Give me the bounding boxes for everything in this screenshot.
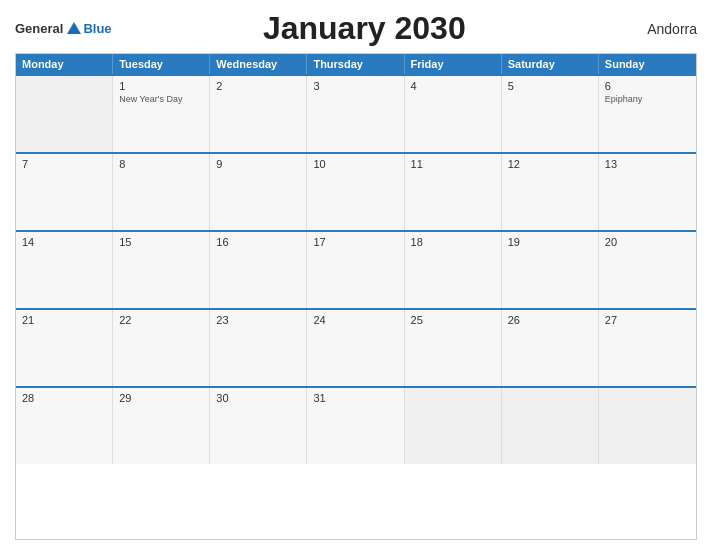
- cal-cell: 8: [113, 154, 210, 230]
- cal-cell: 19: [502, 232, 599, 308]
- calendar: MondayTuesdayWednesdayThursdayFridaySatu…: [15, 53, 697, 540]
- cal-cell: 28: [16, 388, 113, 464]
- cal-cell: [599, 388, 696, 464]
- day-number: 14: [22, 236, 106, 248]
- cal-cell: 3: [307, 76, 404, 152]
- cal-cell: 31: [307, 388, 404, 464]
- day-number: 22: [119, 314, 203, 326]
- logo-general: General: [15, 21, 63, 36]
- cal-cell: 21: [16, 310, 113, 386]
- logo-blue: Blue: [83, 21, 111, 36]
- day-number: 29: [119, 392, 203, 404]
- day-number: 10: [313, 158, 397, 170]
- day-number: 2: [216, 80, 300, 92]
- cal-cell: 2: [210, 76, 307, 152]
- cal-cell: 13: [599, 154, 696, 230]
- cal-header-thursday: Thursday: [307, 54, 404, 74]
- cal-cell: 26: [502, 310, 599, 386]
- cal-cell: 17: [307, 232, 404, 308]
- day-number: 17: [313, 236, 397, 248]
- cal-cell: 22: [113, 310, 210, 386]
- day-number: 11: [411, 158, 495, 170]
- day-number: 9: [216, 158, 300, 170]
- cal-week-5: 28293031: [16, 386, 696, 464]
- day-number: 4: [411, 80, 495, 92]
- day-number: 15: [119, 236, 203, 248]
- day-number: 1: [119, 80, 203, 92]
- cal-cell: [405, 388, 502, 464]
- day-number: 13: [605, 158, 690, 170]
- cal-cell: 25: [405, 310, 502, 386]
- day-number: 19: [508, 236, 592, 248]
- day-number: 5: [508, 80, 592, 92]
- day-number: 7: [22, 158, 106, 170]
- day-number: 16: [216, 236, 300, 248]
- cal-cell: [502, 388, 599, 464]
- region-label: Andorra: [617, 21, 697, 37]
- cal-week-2: 78910111213: [16, 152, 696, 230]
- cal-cell: 23: [210, 310, 307, 386]
- day-number: 27: [605, 314, 690, 326]
- cal-week-1: 1New Year's Day23456Epiphany: [16, 74, 696, 152]
- day-number: 25: [411, 314, 495, 326]
- logo-triangle-icon: [67, 22, 81, 34]
- cal-header-saturday: Saturday: [502, 54, 599, 74]
- cal-header-tuesday: Tuesday: [113, 54, 210, 74]
- calendar-header: MondayTuesdayWednesdayThursdayFridaySatu…: [16, 54, 696, 74]
- cal-cell: 29: [113, 388, 210, 464]
- page: General Blue January 2030 Andorra Monday…: [0, 0, 712, 550]
- cal-cell: 11: [405, 154, 502, 230]
- cal-week-3: 14151617181920: [16, 230, 696, 308]
- cal-cell: 4: [405, 76, 502, 152]
- day-number: 24: [313, 314, 397, 326]
- cal-header-wednesday: Wednesday: [210, 54, 307, 74]
- cal-cell: 18: [405, 232, 502, 308]
- cal-week-4: 21222324252627: [16, 308, 696, 386]
- day-number: 18: [411, 236, 495, 248]
- day-event: Epiphany: [605, 94, 690, 106]
- day-number: 20: [605, 236, 690, 248]
- cal-cell: 9: [210, 154, 307, 230]
- cal-cell: [16, 76, 113, 152]
- calendar-title: January 2030: [112, 10, 617, 47]
- cal-cell: 10: [307, 154, 404, 230]
- logo: General Blue: [15, 21, 112, 36]
- day-number: 6: [605, 80, 690, 92]
- cal-cell: 5: [502, 76, 599, 152]
- day-number: 30: [216, 392, 300, 404]
- cal-cell: 14: [16, 232, 113, 308]
- cal-cell: 24: [307, 310, 404, 386]
- calendar-body: 1New Year's Day23456Epiphany789101112131…: [16, 74, 696, 464]
- cal-header-sunday: Sunday: [599, 54, 696, 74]
- day-number: 3: [313, 80, 397, 92]
- cal-cell: 12: [502, 154, 599, 230]
- day-number: 23: [216, 314, 300, 326]
- header: General Blue January 2030 Andorra: [15, 10, 697, 47]
- day-number: 12: [508, 158, 592, 170]
- cal-cell: 27: [599, 310, 696, 386]
- cal-cell: 6Epiphany: [599, 76, 696, 152]
- cal-cell: 1New Year's Day: [113, 76, 210, 152]
- cal-cell: 16: [210, 232, 307, 308]
- cal-cell: 7: [16, 154, 113, 230]
- day-number: 28: [22, 392, 106, 404]
- day-number: 21: [22, 314, 106, 326]
- cal-cell: 30: [210, 388, 307, 464]
- day-number: 31: [313, 392, 397, 404]
- day-event: New Year's Day: [119, 94, 203, 106]
- cal-header-monday: Monday: [16, 54, 113, 74]
- cal-header-friday: Friday: [405, 54, 502, 74]
- day-number: 8: [119, 158, 203, 170]
- cal-cell: 20: [599, 232, 696, 308]
- day-number: 26: [508, 314, 592, 326]
- cal-cell: 15: [113, 232, 210, 308]
